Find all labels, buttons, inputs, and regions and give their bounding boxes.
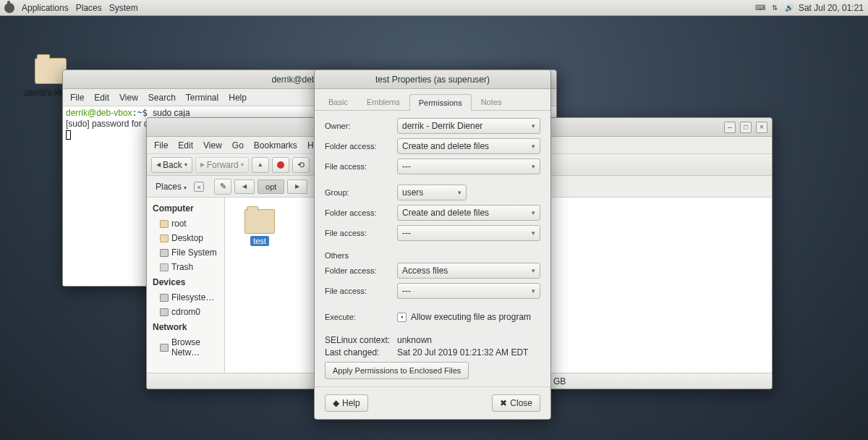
stop-button[interactable] (272, 157, 289, 173)
term-menu-search[interactable]: Search (148, 93, 176, 103)
file-label: test (250, 236, 269, 246)
network-tray-icon[interactable]: ⇅ (770, 3, 780, 13)
group-folder-access-label: Folder access: (325, 208, 397, 217)
stop-icon (277, 161, 284, 169)
others-file-access-combo[interactable]: --- (397, 283, 540, 299)
file-test-folder[interactable]: test (237, 209, 283, 246)
term-menu-view[interactable]: View (119, 93, 138, 103)
sidebar-devices-header: Devices (147, 274, 224, 290)
gnome-foot-icon (4, 3, 14, 13)
group-label: Group: (325, 188, 397, 197)
sidebar-computer-header: Computer (147, 200, 224, 216)
execute-checkbox[interactable]: ▪ (397, 313, 407, 322)
term-path: ~ (137, 108, 142, 118)
terminal-cursor (66, 130, 71, 140)
forward-arrow-icon: ▶ (200, 161, 205, 168)
selinux-value: unknown (397, 335, 432, 345)
reload-icon: ⟲ (297, 160, 305, 170)
term-menu-file[interactable]: File (70, 93, 84, 103)
selinux-label: SELinux context: (325, 335, 397, 345)
props-title: test Properties (as superuser) (375, 75, 490, 85)
caja-menu-go[interactable]: Go (232, 140, 244, 151)
sidebar-item-root[interactable]: root (147, 216, 224, 231)
panel-clock[interactable]: Sat Jul 20, 01:21 (799, 3, 864, 13)
places-dropdown[interactable]: Places ▾ (151, 180, 191, 193)
crumb-opt[interactable]: opt (258, 179, 284, 194)
execute-text: Allow executing file as program (411, 312, 531, 322)
caja-minimize-button[interactable]: – (724, 122, 736, 133)
sidebar-network-header: Network (147, 319, 224, 335)
owner-label: Owner: (325, 122, 397, 130)
term-userhost: derrik@deb-vbox (66, 108, 132, 118)
reload-button[interactable]: ⟲ (292, 157, 310, 173)
apply-permissions-button[interactable]: Apply Permissions to Enclosed Files (325, 362, 469, 379)
tab-notes[interactable]: Notes (472, 93, 511, 110)
drive-icon (160, 294, 169, 302)
term-menu-help[interactable]: Help (229, 93, 247, 103)
group-combo[interactable]: users (397, 185, 467, 200)
owner-combo[interactable]: derrik - Derrik Diener (397, 118, 540, 134)
group-file-access-label: File access: (325, 229, 397, 237)
caja-menu-view[interactable]: View (203, 140, 222, 151)
panel-menu-system[interactable]: System (109, 3, 138, 13)
keyboard-tray-icon[interactable]: ⌨ (755, 3, 765, 13)
lastchanged-value: Sat 20 Jul 2019 01:21:32 AM EDT (397, 347, 528, 358)
close-icon: ✖ (500, 398, 507, 408)
up-arrow-icon: ▲ (258, 161, 263, 168)
help-button[interactable]: ◆Help (325, 394, 368, 412)
execute-label: Execute: (325, 313, 397, 321)
tab-emblems[interactable]: Emblems (357, 93, 409, 110)
props-tabs: Basic Emblems Permissions Notes (315, 89, 550, 111)
close-button[interactable]: ✖Close (492, 394, 540, 412)
owner-file-access-combo[interactable]: --- (397, 158, 540, 174)
chevron-down-icon: ▾ (184, 161, 187, 168)
path-edit-button[interactable]: ✎ (214, 179, 231, 195)
sidebar-item-trash[interactable]: Trash (147, 260, 224, 274)
drive-icon (160, 249, 169, 257)
sidebar-item-cdrom0[interactable]: cdrom0 (147, 305, 224, 319)
folder-icon (244, 209, 275, 234)
others-header: Others (325, 251, 540, 260)
caja-maximize-button[interactable]: □ (740, 122, 752, 133)
panel-menu-applications[interactable]: Applications (22, 3, 69, 13)
group-folder-access-combo[interactable]: Create and delete files (397, 205, 540, 221)
term-menu-edit[interactable]: Edit (94, 93, 109, 103)
crumb-root[interactable]: ◀ (234, 179, 255, 194)
caja-close-button[interactable]: × (756, 122, 767, 133)
back-button[interactable]: ◀Back ▾ (151, 157, 192, 173)
sidebar-item-filesyste[interactable]: Filesyste… (147, 290, 224, 305)
panel-menu-places[interactable]: Places (76, 3, 102, 13)
tab-basic[interactable]: Basic (319, 93, 357, 110)
folder-icon (160, 220, 169, 228)
up-button[interactable]: ▲ (252, 157, 269, 173)
properties-dialog: test Properties (as superuser) Basic Emb… (314, 69, 551, 420)
owner-folder-access-combo[interactable]: Create and delete files (397, 138, 540, 154)
crumb-next[interactable]: ▶ (287, 179, 307, 194)
sidebar-item-filesystem[interactable]: File System (147, 245, 224, 260)
caja-menu-bookmarks[interactable]: Bookmarks (254, 140, 297, 151)
tab-permissions[interactable]: Permissions (409, 94, 472, 111)
help-icon: ◆ (333, 398, 339, 408)
caja-menu-edit[interactable]: Edit (178, 140, 193, 151)
lastchanged-label: Last changed: (325, 347, 397, 358)
back-arrow-icon: ◀ (156, 161, 161, 168)
term-menu-terminal[interactable]: Terminal (186, 93, 218, 103)
owner-file-access-label: File access: (325, 162, 397, 171)
network-icon (160, 344, 169, 352)
left-arrow-icon: ◀ (242, 183, 247, 190)
top-panel: Applications Places System ⌨ ⇅ 🔊 Sat Jul… (0, 0, 868, 16)
chevron-down-icon: ▾ (184, 185, 187, 191)
places-close-button[interactable]: × (194, 182, 204, 192)
volume-tray-icon[interactable]: 🔊 (784, 3, 794, 13)
disc-icon (160, 308, 169, 316)
forward-button[interactable]: ▶Forward ▾ (195, 157, 249, 173)
props-titlebar[interactable]: test Properties (as superuser) (315, 70, 550, 89)
sidebar-item-desktop[interactable]: Desktop (147, 231, 224, 245)
trash-icon (160, 263, 169, 271)
sidebar-item-browse-network[interactable]: Browse Netw… (147, 335, 224, 360)
caja-menu-file[interactable]: File (154, 140, 168, 151)
others-folder-access-combo[interactable]: Access files (397, 263, 540, 279)
group-file-access-combo[interactable]: --- (397, 225, 540, 241)
right-arrow-icon: ▶ (295, 183, 299, 190)
owner-folder-access-label: Folder access: (325, 142, 397, 151)
